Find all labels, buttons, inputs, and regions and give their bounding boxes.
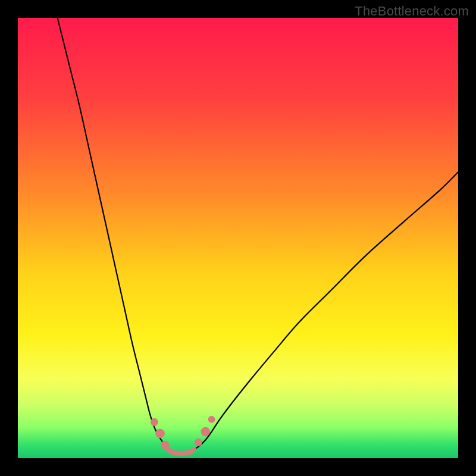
marker-left-bead-2 xyxy=(155,429,165,439)
marker-right-bead-1 xyxy=(195,439,202,446)
series-left-branch xyxy=(58,18,168,449)
series-valley-connector xyxy=(168,449,194,453)
plot-area xyxy=(18,18,458,458)
marker-right-bead-2 xyxy=(201,427,210,437)
outer-frame: TheBottleneck.com xyxy=(0,0,476,476)
marker-right-bead-3 xyxy=(208,416,215,423)
marker-left-bead-3 xyxy=(161,441,169,449)
chart-curves xyxy=(18,18,458,458)
watermark-text: TheBottleneck.com xyxy=(355,4,469,19)
marker-left-bead-1 xyxy=(151,418,158,426)
series-right-branch xyxy=(194,172,458,449)
